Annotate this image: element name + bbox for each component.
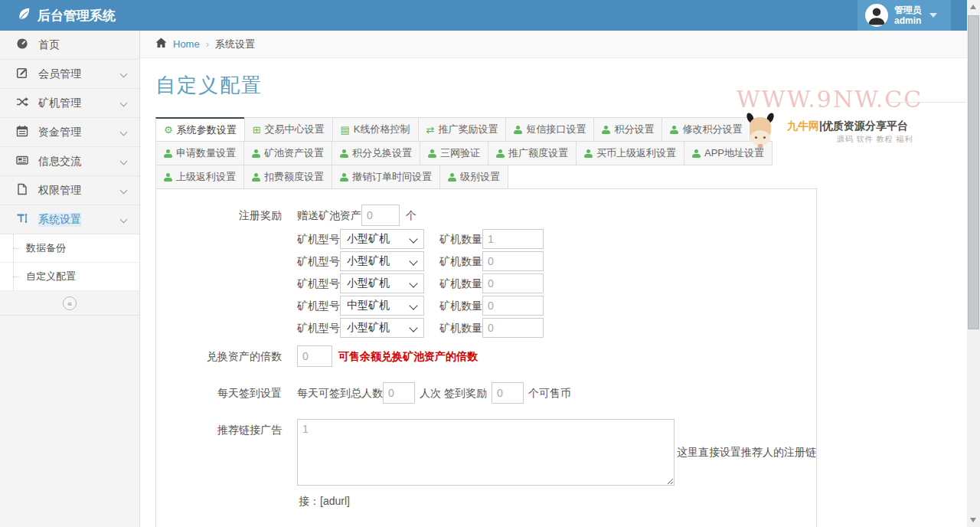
admin-menu[interactable]: 管理员 admin xyxy=(858,0,951,31)
sidebar-item-members[interactable]: 会员管理 xyxy=(0,60,139,89)
app-title: 后台管理系统 xyxy=(38,7,116,25)
signin-reward-unit: 个可售币 xyxy=(528,382,571,404)
collapse-sidebar-icon[interactable]: « xyxy=(63,296,77,310)
newspaper-icon xyxy=(16,154,28,169)
tab-cancel-order-time[interactable]: 撤销订单时间设置 xyxy=(332,165,440,189)
field-label: 兑换资产的倍数 xyxy=(156,345,282,367)
user-icon xyxy=(252,149,260,158)
sidebar-item-home[interactable]: 首页 xyxy=(0,31,139,60)
referral-ad-row: 推荐链接广告 1 这里直接设置推荐人的注册链 xyxy=(156,419,816,486)
page-scrollbar[interactable] xyxy=(967,0,980,527)
bull-mascot-icon xyxy=(745,112,776,152)
machine-model-select[interactable]: 小型矿机 xyxy=(340,273,424,293)
tab-points-edit[interactable]: 修改积分设置 xyxy=(662,117,750,142)
file-icon xyxy=(16,183,28,198)
top-header: 后台管理系统 管理员 admin xyxy=(0,0,967,31)
machine-model-select[interactable]: 小型矿机 xyxy=(340,251,424,271)
tab-system-params[interactable]: ⚙系统参数设置 xyxy=(155,117,245,142)
tab-promo-reward[interactable]: ⇄推广奖励设置 xyxy=(418,117,507,142)
user-role: 管理员 xyxy=(894,5,922,15)
tab-upline-rebate[interactable]: 上级返利设置 xyxy=(155,165,244,189)
machine-model-select[interactable]: 小型矿机 xyxy=(340,318,424,338)
signin-total-input[interactable] xyxy=(383,382,415,404)
scrollbar-thumb[interactable] xyxy=(968,15,979,329)
sidebar-subitem-data-backup[interactable]: 数据备份 xyxy=(0,234,139,263)
sidebar-item-miners[interactable]: 矿机管理 xyxy=(0,89,139,118)
machine-row: 矿机型号 小型矿机 矿机数量 xyxy=(297,251,816,271)
scroll-down-icon[interactable] xyxy=(970,518,976,522)
user-icon xyxy=(164,173,172,182)
settings-tabs: ⚙系统参数设置 ⊞交易中心设置 ▤K线价格控制 ⇄推广奖励设置 短信接口设置 积… xyxy=(155,117,817,188)
tab-triple-net-verify[interactable]: 三网验证 xyxy=(420,141,488,165)
sidebar-item-permissions[interactable]: 权限管理 xyxy=(0,176,139,205)
machine-qty-label: 矿机数量 xyxy=(439,296,482,316)
machine-model-label: 矿机型号 xyxy=(297,296,340,316)
tab-pool-asset[interactable]: 矿池资产设置 xyxy=(243,141,332,165)
tab-apply-quantity[interactable]: 申请数量设置 xyxy=(155,141,244,165)
machine-row: 矿机型号 小型矿机 矿机数量 xyxy=(297,318,816,338)
exchange-multiple-hint: 可售余额兑换矿池资产的倍数 xyxy=(338,345,478,367)
machine-qty-label: 矿机数量 xyxy=(439,229,482,249)
sidebar-item-label: 系统设置 xyxy=(38,213,81,227)
scroll-up-icon[interactable] xyxy=(970,5,976,9)
sidebar-subitem-label: 数据备份 xyxy=(26,241,66,255)
leaf-icon xyxy=(17,7,31,25)
chevron-down-icon xyxy=(120,129,128,136)
machine-qty-input[interactable] xyxy=(482,229,544,249)
machine-qty-input[interactable] xyxy=(482,296,544,316)
sidebar-subitem-custom-config[interactable]: 自定义配置 xyxy=(0,263,139,291)
tab-buycoin-rebate[interactable]: 买币上级返利设置 xyxy=(576,141,684,165)
watermark-tagline: 源码 软件 教程 福利 xyxy=(837,134,913,145)
tab-content-panel: 注册奖励 赠送矿池资产 个 矿机型号 小型矿机 矿机数量 矿机型号 小型矿机 矿… xyxy=(155,188,817,527)
machine-qty-input[interactable] xyxy=(482,273,544,293)
field-label: 每天签到设置 xyxy=(156,382,282,404)
tab-points-exchange[interactable]: 积分兑换设置 xyxy=(332,141,420,165)
signin-unit-label: 人次 签到奖励 xyxy=(420,382,487,404)
breadcrumb-separator: › xyxy=(206,38,209,50)
tab-fee-quota[interactable]: 扣费额度设置 xyxy=(243,165,332,189)
user-icon xyxy=(692,149,701,158)
tab-level[interactable]: 级别设置 xyxy=(439,165,508,189)
machine-qty-input[interactable] xyxy=(482,318,544,338)
machine-model-label: 矿机型号 xyxy=(297,318,340,338)
user-icon xyxy=(164,149,172,158)
sidebar-item-label: 矿机管理 xyxy=(38,97,81,110)
machine-model-select[interactable]: 中型矿机 xyxy=(340,296,424,316)
machine-qty-input[interactable] xyxy=(482,251,544,271)
gift-asset-input[interactable] xyxy=(361,205,400,226)
machine-row: 矿机型号 小型矿机 矿机数量 xyxy=(297,229,816,249)
field-label: 注册奖励 xyxy=(156,205,282,226)
user-icon xyxy=(340,149,348,158)
tab-promo-quota[interactable]: 推广额度设置 xyxy=(488,141,577,165)
sidebar-item-system-settings[interactable]: 系统设置 xyxy=(0,205,139,234)
chevron-down-icon xyxy=(929,13,937,18)
gears-icon: ⚙ xyxy=(164,125,173,135)
signin-reward-input[interactable] xyxy=(492,382,524,404)
tab-points[interactable]: 积分设置 xyxy=(593,117,662,142)
sidebar-item-funds[interactable]: 资金管理 xyxy=(0,118,139,147)
sidebar-item-messages[interactable]: 信息交流 xyxy=(0,147,139,176)
machine-model-label: 矿机型号 xyxy=(297,273,340,293)
dashboard-icon xyxy=(16,38,28,52)
register-reward-row: 注册奖励 赠送矿池资产 个 xyxy=(156,205,816,226)
app-logo: 后台管理系统 xyxy=(0,7,116,25)
sidebar-item-label: 首页 xyxy=(38,38,60,52)
watermark-brand: 九牛网|优质资源分享平台 xyxy=(787,119,908,133)
referral-ad-textarea[interactable]: 1 xyxy=(297,419,675,486)
tab-kline-price[interactable]: ▤K线价格控制 xyxy=(332,117,419,142)
exchange-multiple-input[interactable] xyxy=(297,345,332,367)
exchange-icon: ⇄ xyxy=(426,125,435,135)
machine-row: 矿机型号 小型矿机 矿机数量 xyxy=(297,273,816,293)
tab-trade-center[interactable]: ⊞交易中心设置 xyxy=(244,117,333,142)
watermark-line xyxy=(890,102,966,103)
calendar-icon xyxy=(16,125,28,139)
list-icon: ▤ xyxy=(341,125,350,135)
machine-model-select[interactable]: 小型矿机 xyxy=(340,229,424,249)
sidebar-subitem-label: 自定义配置 xyxy=(26,270,76,283)
chevron-down-icon xyxy=(120,158,128,165)
breadcrumb-home-link[interactable]: Home xyxy=(173,38,200,50)
signin-total-label: 每天可签到总人数 xyxy=(297,382,383,404)
watermark-url: WWW.9NW.CC xyxy=(737,86,923,113)
user-icon xyxy=(514,126,522,134)
tab-sms-api[interactable]: 短信接口设置 xyxy=(505,117,594,142)
